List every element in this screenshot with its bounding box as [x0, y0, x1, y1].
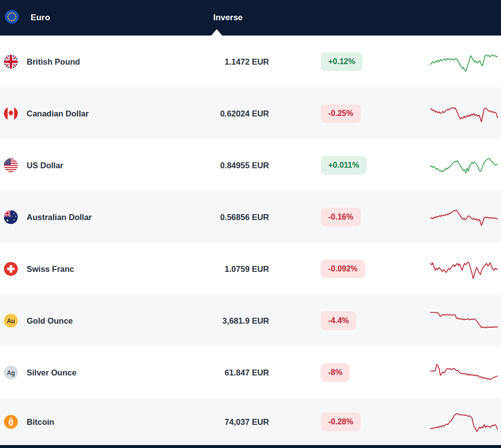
- base-currency-title: Euro: [31, 13, 50, 23]
- bitcoin-icon: B: [4, 415, 18, 429]
- change-badge: +0.011%: [321, 156, 367, 175]
- rate-row[interactable]: US Dollar 0.84955 EUR +0.011%: [0, 139, 501, 191]
- australia-flag-icon: [4, 210, 18, 224]
- rate-value: 1.1472 EUR: [207, 57, 269, 66]
- rate-value: 1.0759 EUR: [207, 264, 269, 273]
- us-flag-icon: [4, 158, 18, 172]
- gold-icon: Au: [4, 314, 18, 328]
- change-badge: +0.12%: [321, 52, 363, 71]
- rates-table: British Pound 1.1472 EUR +0.12% Canadian…: [0, 36, 501, 445]
- currency-name: British Pound: [27, 57, 80, 66]
- widget-header: Euro Inverse: [0, 0, 501, 36]
- currency-rates-widget: Euro Inverse British Pound 1.1472 EUR +0…: [0, 0, 501, 448]
- change-badge: -0.25%: [321, 104, 361, 123]
- rate-value: 0.84955 EUR: [207, 160, 269, 170]
- change-badge: -0.16%: [321, 208, 361, 226]
- sparkline-chart: [429, 98, 499, 129]
- sparkline-chart: [429, 406, 499, 438]
- tab-inverse-label: Inverse: [213, 13, 243, 23]
- sparkline-chart: [429, 46, 499, 77]
- svg-text:Ag: Ag: [7, 369, 15, 376]
- rate-value: 0.62024 EUR: [207, 109, 269, 118]
- svg-text:Au: Au: [7, 317, 15, 324]
- change-badge: -8%: [321, 363, 349, 382]
- sparkline-chart: [429, 201, 499, 233]
- rate-row[interactable]: Au Gold Ounce 3,681.9 EUR -4.4%: [0, 295, 501, 346]
- swiss-flag-icon: [4, 262, 18, 276]
- currency-name: Australian Dollar: [27, 212, 92, 222]
- currency-name: US Dollar: [27, 160, 63, 170]
- canada-flag-icon: [4, 107, 18, 120]
- rate-row[interactable]: Australian Dollar 0.56856 EUR -0.16%: [0, 191, 501, 243]
- base-currency-group: Euro: [0, 10, 50, 26]
- bottom-bar: [0, 445, 501, 448]
- change-badge: -4.4%: [321, 311, 356, 330]
- rate-row[interactable]: Swiss Franc 1.0759 EUR -0.092%: [0, 243, 501, 295]
- sparkline-chart: [429, 305, 499, 336]
- silver-icon: Ag: [4, 366, 18, 379]
- change-badge: -0.092%: [321, 260, 365, 278]
- rate-value: 61.847 EUR: [207, 368, 269, 377]
- rate-value: 0.56856 EUR: [207, 212, 269, 222]
- currency-name: Swiss Franc: [27, 264, 74, 273]
- currency-name: Bitcoin: [27, 417, 54, 426]
- rate-row[interactable]: Ag Silver Ounce 61.847 EUR -8%: [0, 346, 501, 398]
- rate-value: 74,037 EUR: [207, 417, 269, 426]
- rate-value: 3,681.9 EUR: [207, 316, 269, 325]
- change-badge: -0.28%: [321, 412, 361, 431]
- currency-name: Gold Ounce: [27, 316, 73, 325]
- rate-row[interactable]: Canadian Dollar 0.62024 EUR -0.25%: [0, 87, 501, 139]
- rate-row[interactable]: British Pound 1.1472 EUR +0.12%: [0, 36, 501, 87]
- sparkline-chart: [429, 357, 499, 388]
- sparkline-chart: [429, 149, 499, 181]
- uk-flag-icon: [4, 55, 18, 69]
- currency-name: Canadian Dollar: [27, 109, 89, 118]
- eu-flag-icon: [5, 10, 19, 26]
- currency-name: Silver Ounce: [27, 368, 77, 377]
- sparkline-chart: [429, 253, 499, 285]
- rate-row[interactable]: B Bitcoin 74,037 EUR -0.28%: [0, 398, 501, 445]
- active-tab-caret-icon: [211, 29, 222, 36]
